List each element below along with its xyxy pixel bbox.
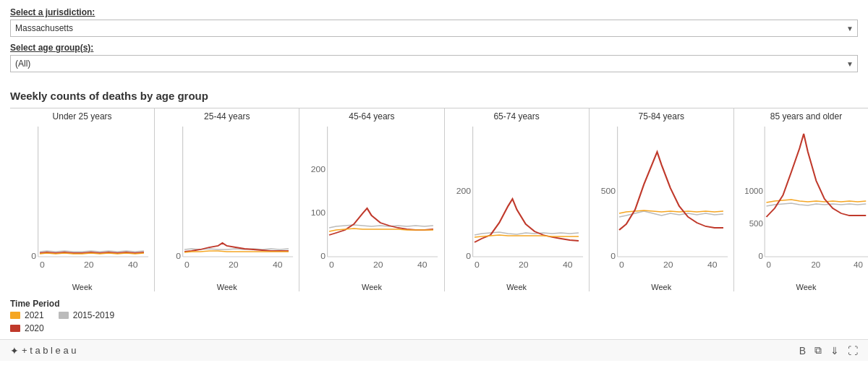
jurisdiction-select[interactable]: Massachusetts bbox=[10, 20, 858, 37]
jurisdiction-section: Select a jurisdiction: Massachusetts ▼ bbox=[10, 7, 858, 37]
legend-item-2015-2019: 2015-2019 bbox=[59, 310, 114, 320]
panel-title-25to44: 25-44 years bbox=[156, 111, 297, 121]
chart-panel-45to64: 45-64 years 100 200 0 0 20 40 Week bbox=[299, 108, 444, 291]
legend-label-2020: 2020 bbox=[25, 323, 44, 333]
chart-svg-25to44: 0 0 20 40 bbox=[156, 123, 297, 282]
svg-text:0: 0 bbox=[475, 261, 480, 269]
legend-color-2021 bbox=[10, 312, 20, 319]
footer-download-icon[interactable]: ⇓ bbox=[830, 345, 839, 357]
svg-text:20: 20 bbox=[519, 261, 529, 269]
svg-text:20: 20 bbox=[229, 261, 239, 269]
chart-panel-85older: 85 years and older 1000 500 0 0 20 40 We… bbox=[734, 108, 868, 291]
svg-text:40: 40 bbox=[128, 261, 138, 269]
legend-color-2020 bbox=[10, 325, 20, 332]
footer-fullscreen-icon[interactable]: ⛶ bbox=[848, 345, 858, 357]
legend-section: Time Period 2021 2015-2019 2020 bbox=[0, 291, 868, 336]
age-group-section: Select age group(s): (All) ▼ bbox=[10, 43, 858, 72]
svg-text:100: 100 bbox=[311, 209, 326, 217]
svg-text:0: 0 bbox=[766, 261, 770, 269]
svg-text:0: 0 bbox=[184, 261, 190, 269]
week-label-under25: Week bbox=[12, 283, 153, 291]
chart-panel-75to84: 75-84 years 500 0 0 20 40 Week bbox=[590, 108, 734, 291]
svg-text:40: 40 bbox=[417, 261, 427, 269]
footer-share-icon[interactable]: ⧉ bbox=[814, 344, 822, 357]
svg-text:200: 200 bbox=[311, 166, 326, 174]
footer-actions: B ⧉ ⇓ ⛶ bbox=[799, 344, 858, 357]
svg-text:0: 0 bbox=[466, 252, 471, 260]
tableau-logo: ✦ + t a b l e a u bbox=[10, 345, 77, 357]
legend-label-2015-2019: 2015-2019 bbox=[73, 310, 114, 320]
svg-text:1000: 1000 bbox=[744, 187, 763, 195]
svg-text:20: 20 bbox=[811, 261, 820, 269]
svg-text:500: 500 bbox=[749, 220, 763, 228]
chart-panel-under25: Under 25 years 0 0 20 40 Week bbox=[10, 108, 155, 291]
svg-text:0: 0 bbox=[610, 252, 616, 260]
svg-text:40: 40 bbox=[563, 261, 573, 269]
jurisdiction-dropdown-container: Massachusetts ▼ bbox=[10, 20, 858, 37]
legend-item-2020: 2020 bbox=[10, 323, 114, 333]
panel-title-under25: Under 25 years bbox=[12, 111, 153, 121]
svg-text:0: 0 bbox=[619, 261, 624, 269]
svg-text:20: 20 bbox=[373, 261, 383, 269]
week-label-25to44: Week bbox=[156, 283, 297, 291]
chart-title: Weekly counts of deaths by age group bbox=[10, 90, 858, 102]
footer-b-icon[interactable]: B bbox=[799, 345, 806, 357]
svg-text:500: 500 bbox=[601, 187, 616, 195]
svg-text:40: 40 bbox=[707, 261, 718, 269]
main-container: Select a jurisdiction: Massachusetts ▼ S… bbox=[0, 0, 868, 72]
svg-text:0: 0 bbox=[329, 261, 334, 269]
tableau-footer: ✦ + t a b l e a u B ⧉ ⇓ ⛶ bbox=[0, 339, 868, 361]
chart-title-container: Weekly counts of deaths by age group bbox=[0, 78, 868, 108]
legend-label-2021: 2021 bbox=[25, 310, 44, 320]
chart-svg-85older: 1000 500 0 0 20 40 bbox=[736, 123, 868, 282]
charts-area: Under 25 years 0 0 20 40 Week bbox=[10, 108, 868, 291]
panel-title-75to84: 75-84 years bbox=[591, 111, 732, 121]
panel-title-65to74: 65-74 years bbox=[446, 111, 587, 121]
legend-title: Time Period bbox=[10, 299, 104, 309]
week-label-75to84: Week bbox=[591, 283, 732, 291]
tableau-logo-icon: ✦ bbox=[10, 345, 19, 357]
age-group-select[interactable]: (All) bbox=[10, 55, 858, 72]
panel-title-85older: 85 years and older bbox=[736, 111, 868, 121]
svg-text:200: 200 bbox=[456, 187, 470, 195]
week-label-45to64: Week bbox=[301, 283, 442, 291]
tableau-logo-text: + t a b l e a u bbox=[22, 345, 77, 356]
svg-text:20: 20 bbox=[663, 261, 673, 269]
legend-color-2015-2019 bbox=[59, 312, 69, 319]
svg-text:20: 20 bbox=[84, 261, 94, 269]
legend-item-2021: 2021 bbox=[10, 310, 44, 320]
chart-svg-65to74: 200 0 0 20 40 bbox=[446, 123, 587, 282]
chart-svg-under25: 0 0 20 40 bbox=[12, 123, 153, 282]
svg-text:0: 0 bbox=[31, 252, 36, 260]
week-label-85older: Week bbox=[736, 283, 868, 291]
chart-panel-25to44: 25-44 years 0 0 20 40 Week bbox=[155, 108, 299, 291]
week-label-65to74: Week bbox=[446, 283, 587, 291]
svg-text:0: 0 bbox=[176, 252, 182, 260]
chart-panel-65to74: 65-74 years 200 0 0 20 40 Week bbox=[445, 108, 590, 291]
chart-svg-45to64: 100 200 0 0 20 40 bbox=[301, 123, 442, 282]
chart-svg-75to84: 500 0 0 20 40 bbox=[591, 123, 732, 282]
age-group-label: Select age group(s): bbox=[10, 43, 858, 53]
svg-text:40: 40 bbox=[273, 261, 283, 269]
svg-text:0: 0 bbox=[321, 252, 326, 260]
svg-text:0: 0 bbox=[40, 261, 45, 269]
svg-text:0: 0 bbox=[758, 252, 762, 260]
panel-title-45to64: 45-64 years bbox=[301, 111, 442, 121]
jurisdiction-label: Select a jurisdiction: bbox=[10, 7, 858, 17]
svg-text:40: 40 bbox=[854, 261, 863, 269]
age-group-dropdown-container: (All) ▼ bbox=[10, 55, 858, 72]
